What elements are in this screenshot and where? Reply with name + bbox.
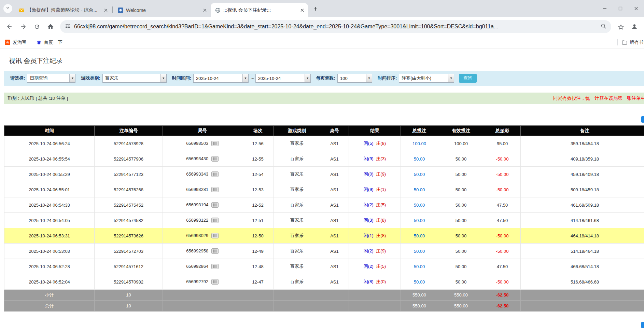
empty-cell	[274, 301, 320, 312]
round-no-text: 656993029	[186, 233, 208, 238]
cell-total-bet[interactable]: 50.00	[401, 244, 438, 259]
date-range-label: 时间区间:	[172, 75, 191, 81]
cell-note: 409.18/359.18	[521, 151, 644, 167]
minimize-button[interactable]	[597, 0, 613, 17]
cell-bet-no: 522914578928	[95, 136, 163, 151]
cell-session: 12-54	[242, 167, 274, 182]
cell-bet-no: 522914571612	[95, 259, 163, 274]
column-header-2: 注单编号	[95, 126, 163, 136]
table-row: 2025-10-24 06:55:01 522914576268 6569932…	[4, 182, 644, 197]
round-detail-icon[interactable]	[211, 248, 219, 254]
cell-result: 闲(2) 庄(5)	[349, 197, 401, 213]
cell-note: 414.18/461.68	[521, 213, 644, 228]
cell-total-bet[interactable]: 50.00	[401, 182, 438, 197]
cell-session: 12-56	[242, 136, 274, 151]
close-icon[interactable]	[103, 7, 109, 13]
url-text[interactable]: 66cxkj98.com/game/betrecord_search/kind3…	[74, 24, 597, 30]
profile-avatar-button[interactable]	[628, 20, 641, 33]
sort-select[interactable]: 降幂(由大到小) ▼	[399, 74, 454, 83]
round-no-text: 656992864	[186, 264, 208, 269]
cell-round-no: 656993122	[163, 213, 242, 228]
maximize-button[interactable]	[613, 0, 628, 17]
cell-total-bet[interactable]: 50.00	[401, 228, 438, 244]
forward-button[interactable]	[16, 20, 30, 33]
round-detail-icon[interactable]	[211, 156, 219, 162]
bookmark-taobao[interactable]: 淘 爱淘宝	[5, 39, 27, 45]
cell-session: 12-52	[242, 197, 274, 213]
empty-cell	[521, 290, 644, 301]
home-button[interactable]	[44, 20, 57, 33]
all-bookmarks-folder[interactable]: 所有书签	[617, 39, 644, 45]
cell-payout: -50.00	[484, 244, 521, 259]
chevron-down-icon: ▼	[242, 74, 248, 82]
tab-bet-records[interactable]: :::视讯 会员下注纪录:::	[211, 3, 308, 17]
refresh-button[interactable]	[30, 20, 44, 33]
cell-total-bet[interactable]: 50.00	[401, 167, 438, 182]
new-tab-button[interactable]	[311, 5, 320, 14]
total-payout: -62.50	[484, 301, 521, 312]
round-detail-icon[interactable]	[211, 218, 219, 223]
close-icon[interactable]	[299, 7, 305, 13]
cell-result: 闲(8) 庄(0)	[349, 274, 401, 290]
cell-note: 459.18/409.18	[521, 167, 644, 182]
result-banker: 庄(3)	[376, 156, 386, 161]
game-type-select[interactable]: 百家乐 ▼	[102, 74, 167, 83]
column-header-6: 桌号	[320, 126, 349, 136]
bet-records-table: 时间注单编号局号场次游戏类别桌号结果总投注有效投注总派彩备注 2025-10-2…	[4, 125, 644, 312]
cell-payout: -50.00	[484, 274, 521, 290]
floating-edge-button-top[interactable]	[641, 116, 644, 123]
tab-search-button[interactable]	[3, 4, 12, 13]
cell-total-bet[interactable]: 50.00	[401, 274, 438, 290]
cell-total-bet[interactable]: 50.00	[401, 151, 438, 167]
bookmark-star-button[interactable]	[614, 20, 628, 33]
chevron-down-icon: ▼	[448, 74, 454, 82]
address-bar[interactable]: 66cxkj98.com/game/betrecord_search/kind3…	[60, 20, 611, 33]
cell-result: 闲(1) 庄(8)	[349, 228, 401, 244]
page-size-select[interactable]: 100 ▼	[337, 74, 372, 83]
cell-total-bet[interactable]: 100.00	[401, 136, 438, 151]
site-settings-icon[interactable]	[65, 23, 71, 30]
bookmark-baidu[interactable]: 百度一下	[36, 39, 62, 45]
cell-time: 2025-10-24 06:53:03	[4, 244, 95, 259]
cell-session: 12-49	[242, 244, 274, 259]
cell-total-bet[interactable]: 50.00	[401, 213, 438, 228]
cell-bet-no: 522914572703	[95, 244, 163, 259]
chevron-down-icon: ▼	[69, 74, 75, 82]
notice-text: 同局有效投注，统一计算在该局第一张注单中	[553, 95, 644, 101]
cell-table-no: AS1	[320, 228, 349, 244]
round-detail-icon[interactable]	[211, 264, 219, 269]
cell-total-bet[interactable]: 50.00	[401, 259, 438, 274]
round-detail-icon[interactable]	[211, 171, 219, 177]
round-detail-icon[interactable]	[211, 202, 219, 208]
back-button[interactable]	[3, 20, 16, 33]
baidu-paw-icon	[36, 40, 42, 45]
close-window-button[interactable]	[628, 0, 644, 17]
cell-total-bet[interactable]: 50.00	[401, 197, 438, 213]
round-detail-icon[interactable]	[211, 187, 219, 192]
round-detail-icon[interactable]	[211, 141, 219, 146]
tab-welcome[interactable]: Welcome	[113, 3, 211, 17]
cell-time: 2025-10-24 06:54:05	[4, 213, 95, 228]
date-start-select[interactable]: 2025-10-24 ▼	[193, 74, 249, 83]
query-type-select[interactable]: 日期查询 ▼	[27, 74, 75, 83]
search-button[interactable]: 查询	[459, 74, 477, 83]
zoom-icon[interactable]	[601, 23, 606, 30]
column-header-9: 有效投注	[438, 126, 484, 136]
round-detail-icon[interactable]	[211, 279, 219, 285]
result-player: 闲(3)	[364, 218, 374, 223]
cell-payout: 47.50	[484, 197, 521, 213]
cell-payout: 47.50	[484, 213, 521, 228]
cell-result: 闲(3) 庄(8)	[349, 213, 401, 228]
floating-edge-button-bottom[interactable]	[641, 322, 644, 328]
cell-table-no: AS1	[320, 274, 349, 290]
empty-cell	[349, 290, 401, 301]
subtotal-row: 小计 10 550.00 550.00 -62.50	[4, 290, 644, 301]
cell-table-no: AS1	[320, 182, 349, 197]
tab-forum[interactable]: 【新提醒】海燕策略论坛 - 综合...	[14, 3, 112, 17]
page-title: 视讯 会员下注纪录	[9, 56, 644, 65]
result-player: 闲(9)	[364, 187, 374, 192]
empty-cell	[242, 290, 274, 301]
date-end-select[interactable]: 2025-10-24 ▼	[255, 74, 311, 83]
round-detail-icon[interactable]	[211, 233, 219, 238]
close-icon[interactable]	[202, 7, 208, 13]
